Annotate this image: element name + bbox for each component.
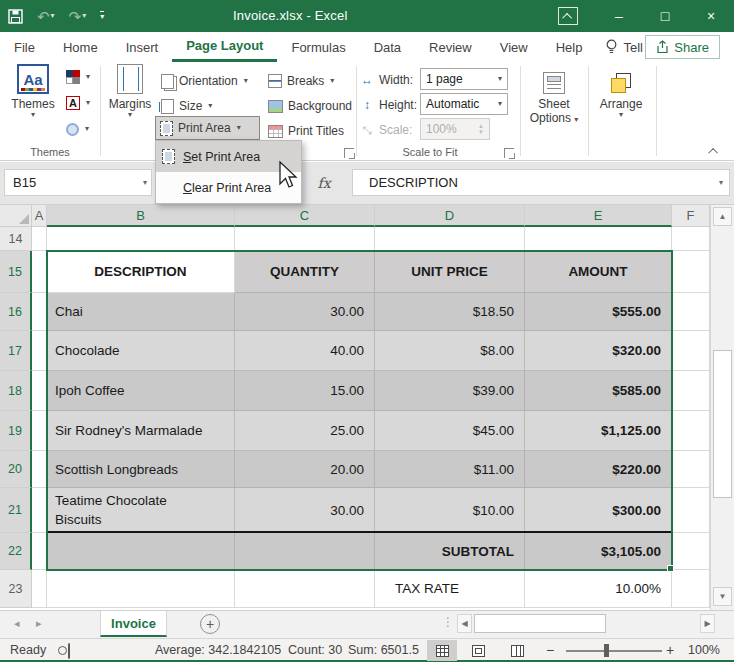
size-button[interactable]: Size ▾ [157, 94, 216, 118]
sheet-nav-left-icon[interactable]: ◂ [14, 617, 20, 630]
cell-b20[interactable]: Scottish Longbreads [47, 451, 235, 488]
cell-e18[interactable]: $585.00 [525, 371, 672, 411]
cell-e22-subtotal-value[interactable]: $3,105.00 [525, 533, 672, 570]
row-header-20[interactable]: 20 [0, 451, 32, 488]
cell-a23[interactable] [32, 570, 47, 608]
row-header-23[interactable]: 23 [0, 570, 32, 608]
cell-b17[interactable]: Chocolade [47, 331, 235, 371]
horizontal-scrollbar-thumb[interactable] [474, 614, 606, 633]
undo-caret-icon[interactable]: ▾ [51, 12, 55, 20]
row-header-22[interactable]: 22 [0, 533, 32, 570]
cell-d23-tax-label[interactable]: TAX RATE [375, 570, 525, 608]
row-header-21[interactable]: 21 [0, 488, 32, 533]
theme-colors-button[interactable]: ▾ [62, 65, 94, 89]
cell-c16[interactable]: 30.00 [235, 293, 375, 331]
column-header-b[interactable]: B [47, 205, 235, 227]
page-break-preview-button[interactable] [502, 640, 532, 661]
row-header-16[interactable]: 16 [0, 293, 32, 331]
scroll-right-icon[interactable]: ▶ [700, 614, 715, 633]
scroll-up-icon[interactable]: ▲ [713, 207, 732, 226]
cell-f20[interactable] [672, 451, 710, 488]
cell-d21[interactable]: $10.00 [375, 488, 525, 533]
cell-f16[interactable] [672, 293, 710, 331]
breaks-button[interactable]: Breaks ▾ [264, 69, 338, 93]
cell-c17[interactable]: 40.00 [235, 331, 375, 371]
row-header-19[interactable]: 19 [0, 411, 32, 451]
close-button[interactable]: × [688, 0, 734, 32]
column-header-a[interactable]: A [32, 205, 47, 227]
cell-d16[interactable]: $18.50 [375, 293, 525, 331]
zoom-slider-thumb[interactable] [604, 644, 609, 657]
cell-b23[interactable] [47, 570, 235, 608]
cell-e14[interactable] [525, 227, 672, 251]
normal-view-button[interactable] [427, 640, 457, 661]
ribbon-display-options-icon[interactable] [558, 7, 578, 25]
column-header-d[interactable]: D [375, 205, 525, 227]
tab-insert[interactable]: Insert [112, 32, 173, 62]
customize-qat-icon[interactable]: ▾ [100, 11, 104, 21]
row-header-14[interactable]: 14 [0, 227, 32, 251]
tab-view[interactable]: View [486, 32, 542, 62]
cell-a15[interactable] [32, 251, 47, 293]
background-button[interactable]: Background [264, 94, 356, 118]
cell-d22-subtotal-label[interactable]: SUBTOTAL [375, 533, 525, 570]
expand-formula-bar-icon[interactable]: ▾ [719, 178, 723, 187]
select-all-corner[interactable] [0, 205, 32, 227]
cell-a19[interactable] [32, 411, 47, 451]
name-box[interactable]: B15 ▾ [4, 169, 152, 196]
cell-c15[interactable]: QUANTITY [235, 251, 375, 293]
cell-c18[interactable]: 15.00 [235, 371, 375, 411]
zoom-slider-track[interactable] [566, 650, 662, 652]
maximize-button[interactable]: □ [642, 0, 688, 32]
minimize-button[interactable]: – [596, 0, 642, 32]
add-sheet-icon[interactable]: + [200, 614, 220, 634]
width-combo[interactable]: 1 page ▾ [420, 68, 508, 90]
cell-c20[interactable]: 20.00 [235, 451, 375, 488]
cell-f15[interactable] [672, 251, 710, 293]
insert-function-icon[interactable]: fx [300, 169, 348, 196]
cell-a18[interactable] [32, 371, 47, 411]
sheet-tab-invoice[interactable]: Invoice [100, 611, 167, 637]
tab-home[interactable]: Home [49, 32, 112, 62]
name-box-caret-icon[interactable]: ▾ [143, 178, 147, 187]
tab-help[interactable]: Help [542, 32, 597, 62]
cell-d18[interactable]: $39.00 [375, 371, 525, 411]
save-icon[interactable] [8, 9, 23, 24]
cell-e20[interactable]: $220.00 [525, 451, 672, 488]
scroll-down-icon[interactable]: ▼ [713, 587, 732, 606]
cell-f17[interactable] [672, 331, 710, 371]
zoom-in-icon[interactable]: + [666, 642, 674, 658]
cell-c21[interactable]: 30.00 [235, 488, 375, 533]
vertical-scrollbar[interactable]: ▲ ▼ [710, 205, 734, 610]
cell-c22[interactable] [235, 533, 375, 570]
scroll-left-icon[interactable]: ◀ [457, 614, 472, 633]
cell-e16[interactable]: $555.00 [525, 293, 672, 331]
cell-e19[interactable]: $1,125.00 [525, 411, 672, 451]
cell-b14[interactable] [47, 227, 235, 251]
cell-d17[interactable]: $8.00 [375, 331, 525, 371]
undo-icon[interactable]: ↶▾ [37, 9, 55, 24]
themes-button[interactable]: Aa Themes ▾ [5, 64, 61, 144]
horizontal-scrollbar[interactable]: ◀ ▶ [455, 613, 717, 635]
cell-f22[interactable] [672, 533, 710, 570]
column-header-f[interactable]: F [672, 205, 710, 227]
formula-input[interactable]: DESCRIPTION ▾ [352, 169, 730, 196]
cell-a16[interactable] [32, 293, 47, 331]
height-combo[interactable]: Automatic ▾ [420, 93, 508, 115]
orientation-button[interactable]: Orientation ▾ [157, 69, 252, 93]
cell-b19[interactable]: Sir Rodney's Marmalade [47, 411, 235, 451]
tab-page-layout[interactable]: Page Layout [172, 32, 277, 62]
row-header-17[interactable]: 17 [0, 331, 32, 371]
cell-b21[interactable]: Teatime Chocolate Biscuits [47, 488, 235, 533]
margins-button[interactable]: Margins ▾ [106, 64, 154, 144]
row-header-15[interactable]: 15 [0, 251, 32, 293]
cell-e15[interactable]: AMOUNT [525, 251, 672, 293]
redo-icon[interactable]: ↷▾ [69, 9, 87, 24]
collapse-ribbon-icon[interactable] [706, 148, 722, 158]
tab-file[interactable]: File [0, 32, 49, 62]
cell-b18[interactable]: Ipoh Coffee [47, 371, 235, 411]
cell-c23[interactable] [235, 570, 375, 608]
cell-b15-active[interactable]: DESCRIPTION [47, 251, 235, 293]
tab-data[interactable]: Data [360, 32, 415, 62]
cell-e17[interactable]: $320.00 [525, 331, 672, 371]
